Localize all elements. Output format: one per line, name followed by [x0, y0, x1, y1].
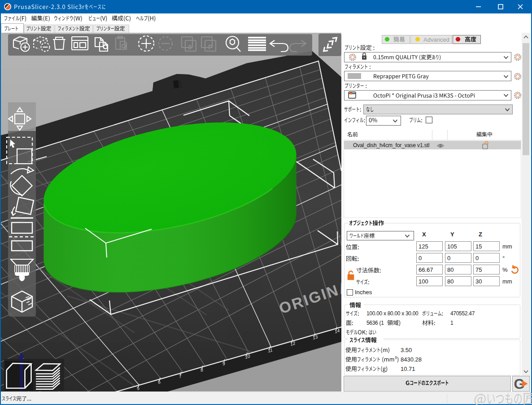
svg-text:P: P: [208, 43, 213, 51]
svg-text:0: 0: [188, 43, 192, 51]
